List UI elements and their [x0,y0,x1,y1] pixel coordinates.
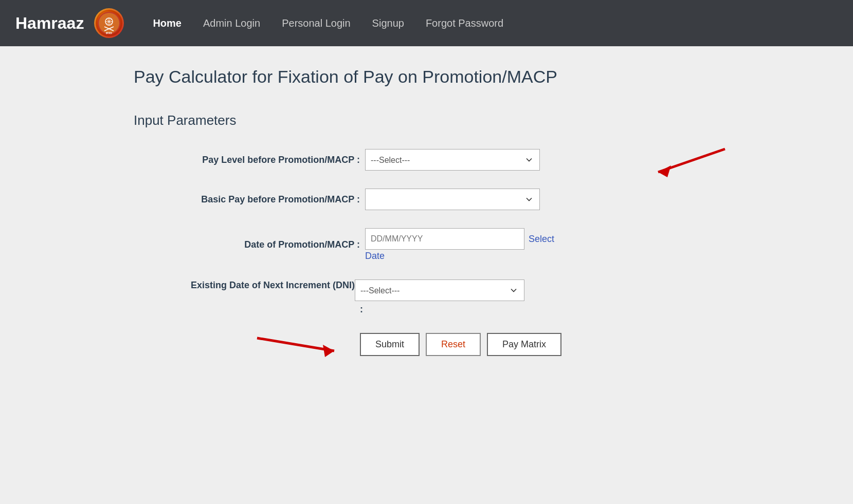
logo-emblem: हमराज़ [96,10,122,36]
date-promotion-label: Date of Promotion/MACP : [134,239,360,250]
nav-item-forgot-password[interactable]: Forgot Password [418,17,512,29]
nav-item-signup[interactable]: Signup [364,17,412,29]
navbar-logo: हमराज़ [94,8,124,38]
nav-link-signup[interactable]: Signup [364,13,412,33]
select-date-text[interactable]: Date [365,251,385,262]
nav-link-admin-login[interactable]: Admin Login [195,13,268,33]
nav-menu: Home Admin Login Personal Login Signup F… [144,17,512,29]
date-input-row: Select [365,228,558,250]
submit-button[interactable]: Submit [360,333,420,356]
svg-text:हमराज़: हमराज़ [105,31,112,34]
brand-name[interactable]: Hamraaz [15,14,84,33]
nav-item-home[interactable]: Home [144,17,190,29]
dni-select[interactable]: ---Select--- January July [355,279,524,301]
basic-pay-label: Basic Pay before Promotion/MACP : [134,194,360,205]
pay-level-row: Pay Level before Promotion/MACP : ---Sel… [134,149,596,171]
pay-matrix-button[interactable]: Pay Matrix [487,333,561,356]
reset-button[interactable]: Reset [426,333,481,356]
arrow-decoration-bottom [247,328,355,366]
dni-row: Existing Date of Next Increment (DNI) --… [134,279,596,315]
select-date-link[interactable]: Select [524,228,558,250]
form-container: Pay Level before Promotion/MACP : ---Sel… [134,149,596,356]
section-title: Input Parameters [134,113,853,128]
svg-marker-11 [658,165,671,177]
page-title: Pay Calculator for Fixation of Pay on Pr… [134,67,853,87]
nav-item-personal-login[interactable]: Personal Login [274,17,358,29]
svg-marker-13 [323,345,334,357]
nav-item-admin-login[interactable]: Admin Login [195,17,268,29]
navbar: Hamraaz हमराज़ Home Admin Login [0,0,853,46]
date-input-wrapper: Select Date [365,228,558,262]
buttons-row: Submit Reset Pay Matrix [360,333,596,356]
date-promotion-input[interactable] [365,228,524,250]
nav-link-forgot-password[interactable]: Forgot Password [418,13,512,33]
main-content: Pay Calculator for Fixation of Pay on Pr… [0,46,853,504]
basic-pay-row: Basic Pay before Promotion/MACP : [134,189,596,210]
pay-level-label: Pay Level before Promotion/MACP : [134,155,360,165]
arrow-decoration-top [643,144,746,197]
pay-level-select[interactable]: ---Select--- Level 1 Level 2 Level 3 [365,149,540,171]
dni-label: Existing Date of Next Increment (DNI) [134,279,355,291]
dni-colon: : [360,303,363,315]
nav-link-personal-login[interactable]: Personal Login [274,13,358,33]
date-promotion-row: Date of Promotion/MACP : Select Date [134,228,596,262]
basic-pay-select[interactable] [365,189,540,210]
nav-link-home[interactable]: Home [144,13,190,33]
svg-line-12 [257,338,334,351]
